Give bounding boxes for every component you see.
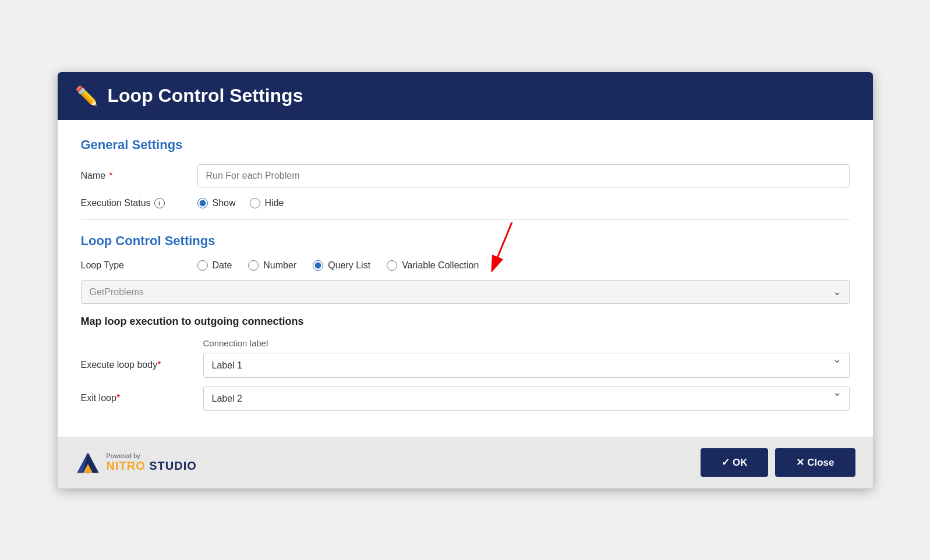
- modal-footer: Powered by NITRO STUDIO ✓ OK ✕ Close: [58, 437, 873, 488]
- date-radio[interactable]: [197, 260, 208, 271]
- execution-status-radio-group: Show Hide: [197, 198, 284, 208]
- exit-loop-select-wrapper: Label 2 ⌄: [203, 386, 850, 411]
- name-required: *: [109, 171, 112, 181]
- variable-collection-radio[interactable]: [387, 260, 397, 271]
- powered-by-text: Powered by: [107, 452, 197, 459]
- info-icon: i: [154, 198, 165, 208]
- name-label: Name*: [81, 171, 197, 181]
- map-loop-title: Map loop execution to outgoing connectio…: [81, 316, 850, 328]
- loop-type-options: Date Number Query List Variable Col: [197, 260, 850, 271]
- date-radio-label[interactable]: Date: [197, 260, 232, 271]
- exit-loop-label: Exit loop*: [81, 393, 203, 403]
- query-list-radio[interactable]: [313, 260, 323, 271]
- exit-loop-row: Exit loop* Label 2 ⌄: [81, 386, 850, 411]
- number-radio-label[interactable]: Number: [248, 260, 296, 271]
- ok-button[interactable]: ✓ OK: [701, 448, 768, 477]
- show-radio-label[interactable]: Show: [197, 198, 236, 208]
- execute-loop-select-wrapper: Label 1 ⌄: [203, 353, 850, 378]
- number-radio[interactable]: [248, 260, 259, 271]
- name-row: Name*: [81, 164, 850, 187]
- general-settings-section: General Settings Name* Execution Status …: [81, 137, 850, 208]
- nitro-brand: Powered by NITRO STUDIO: [75, 449, 197, 475]
- exit-loop-select[interactable]: Label 2: [203, 386, 850, 411]
- query-list-radio-label[interactable]: Query List: [313, 260, 370, 271]
- nitro-studio-name: NITRO STUDIO: [107, 459, 197, 473]
- connection-header: Connection label: [81, 338, 850, 348]
- modal-container: ✏️ Loop Control Settings General Setting…: [58, 72, 873, 488]
- section-divider: [81, 219, 850, 219]
- close-button[interactable]: ✕ Close: [775, 448, 855, 477]
- modal-title: Loop Control Settings: [108, 85, 303, 107]
- execute-loop-body-row: Execute loop body* Label 1 ⌄: [81, 353, 850, 378]
- loop-type-container: Loop Type Date Number Quer: [81, 260, 850, 271]
- execute-required: *: [157, 360, 161, 370]
- variable-collection-radio-label[interactable]: Variable Collection: [387, 260, 479, 271]
- connection-label-header: Connection label: [203, 338, 268, 348]
- loop-type-row: Loop Type Date Number Quer: [81, 260, 850, 271]
- nitro-logo-icon: [75, 449, 101, 475]
- loop-control-section: Loop Control Settings Loop Type Date: [81, 233, 850, 411]
- loop-type-label: Loop Type: [81, 260, 197, 271]
- modal-header: ✏️ Loop Control Settings: [58, 72, 873, 120]
- loop-control-title: Loop Control Settings: [81, 233, 850, 249]
- execute-loop-select[interactable]: Label 1: [203, 353, 850, 378]
- query-select[interactable]: GetProblems: [81, 280, 850, 304]
- execution-status-label: Execution Status i: [81, 198, 197, 208]
- show-radio[interactable]: [197, 198, 208, 208]
- name-input[interactable]: [197, 164, 850, 187]
- modal-body: General Settings Name* Execution Status …: [58, 120, 873, 437]
- query-dropdown-row: GetProblems ⌄: [81, 280, 850, 304]
- nitro-logo-text: Powered by NITRO STUDIO: [107, 452, 197, 473]
- query-select-wrapper: GetProblems ⌄: [81, 280, 850, 304]
- exit-required: *: [116, 393, 120, 403]
- general-settings-title: General Settings: [81, 137, 850, 153]
- hide-radio[interactable]: [250, 198, 260, 208]
- execute-loop-body-label: Execute loop body*: [81, 360, 203, 370]
- pencil-icon: ✏️: [75, 85, 98, 107]
- execution-status-row: Execution Status i Show Hide: [81, 198, 850, 208]
- footer-buttons: ✓ OK ✕ Close: [701, 448, 855, 477]
- map-loop-section: Map loop execution to outgoing connectio…: [81, 316, 850, 411]
- hide-radio-label[interactable]: Hide: [250, 198, 284, 208]
